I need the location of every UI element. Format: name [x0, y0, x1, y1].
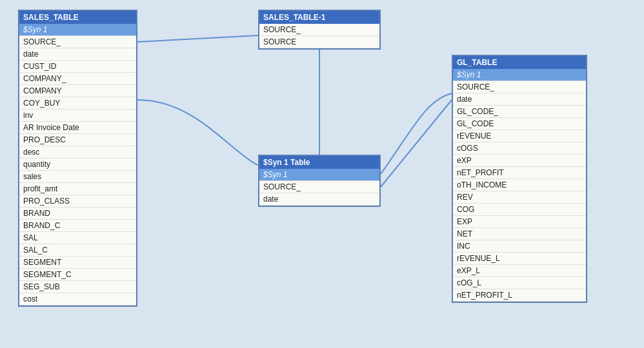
gl-table-header: GL_TABLE — [453, 56, 586, 69]
syn1-table-header: $Syn 1 Table — [259, 156, 379, 169]
table-row: PRO_CLASS — [19, 195, 136, 208]
table-row: quantity — [19, 159, 136, 171]
table-row: rEVENUE_L — [453, 253, 586, 265]
table-row: eXP — [453, 155, 586, 167]
sales-table-header: SALES_TABLE — [19, 11, 136, 24]
table-row: nET_PROFIT_L — [453, 289, 586, 302]
table-row: oTH_INCOME — [453, 179, 586, 191]
table-row: BRAND_C — [19, 220, 136, 232]
table-row: cOGS — [453, 142, 586, 155]
table-row: SOURCE_ — [259, 181, 379, 193]
sales-table-1: SALES_TABLE-1 SOURCE_ SOURCE — [258, 10, 381, 50]
table-row: PRO_DESC — [19, 134, 136, 146]
table-row: $Syn 1 — [259, 169, 379, 181]
table-row: nET_PROFIT — [453, 167, 586, 179]
table-row: inv — [19, 110, 136, 122]
table-row: SEG_SUB — [19, 281, 136, 293]
table-row: profit_amt — [19, 183, 136, 195]
table-row: SOURCE — [259, 36, 379, 48]
table-row: COMPANY_ — [19, 73, 136, 85]
table-row: SEGMENT — [19, 256, 136, 269]
sales-table-1-body: SOURCE_ SOURCE — [259, 24, 379, 48]
table-row: COY_BUY — [19, 97, 136, 110]
table-row: SEGMENT_C — [19, 269, 136, 281]
table-row: cOG_L — [453, 277, 586, 289]
table-row: date — [453, 93, 586, 106]
gl-table-body[interactable]: $Syn 1 SOURCE_ date GL_CODE_ GL_CODE rEV… — [453, 69, 586, 302]
table-row: GL_CODE_ — [453, 106, 586, 118]
table-row: rEVENUE — [453, 130, 586, 142]
sales-table: SALES_TABLE $Syn 1 SOURCE_ date CUST_ID … — [18, 10, 137, 307]
table-row: SOURCE_ — [259, 24, 379, 36]
table-row: SAL_C — [19, 244, 136, 256]
table-row: AR Invoice Date — [19, 122, 136, 134]
table-row: SOURCE_ — [19, 36, 136, 48]
table-row: EXP — [453, 216, 586, 228]
table-row: COG — [453, 204, 586, 216]
table-row: SAL — [19, 232, 136, 244]
table-row: date — [259, 193, 379, 206]
table-row: eXP_L — [453, 265, 586, 277]
table-row: COMPANY — [19, 85, 136, 97]
sales-table-1-header: SALES_TABLE-1 — [259, 11, 379, 24]
table-row: INC — [453, 240, 586, 253]
table-row: desc — [19, 146, 136, 159]
table-row: sales — [19, 171, 136, 183]
gl-table: GL_TABLE $Syn 1 SOURCE_ date GL_CODE_ GL… — [452, 55, 587, 303]
sales-table-body[interactable]: $Syn 1 SOURCE_ date CUST_ID COMPANY_ COM… — [19, 24, 136, 305]
table-row: $Syn 1 — [453, 69, 586, 81]
table-row: date — [19, 48, 136, 61]
syn1-table-body: $Syn 1 SOURCE_ date — [259, 169, 379, 206]
table-row: NET — [453, 228, 586, 240]
table-row: cost — [19, 293, 136, 305]
table-row: $Syn 1 — [19, 24, 136, 36]
table-row: REV — [453, 191, 586, 204]
table-row: BRAND — [19, 208, 136, 220]
table-row: CUST_ID — [19, 61, 136, 73]
syn1-table: $Syn 1 Table $Syn 1 SOURCE_ date — [258, 155, 381, 207]
table-row: GL_CODE — [453, 118, 586, 130]
table-row: SOURCE_ — [453, 81, 586, 93]
